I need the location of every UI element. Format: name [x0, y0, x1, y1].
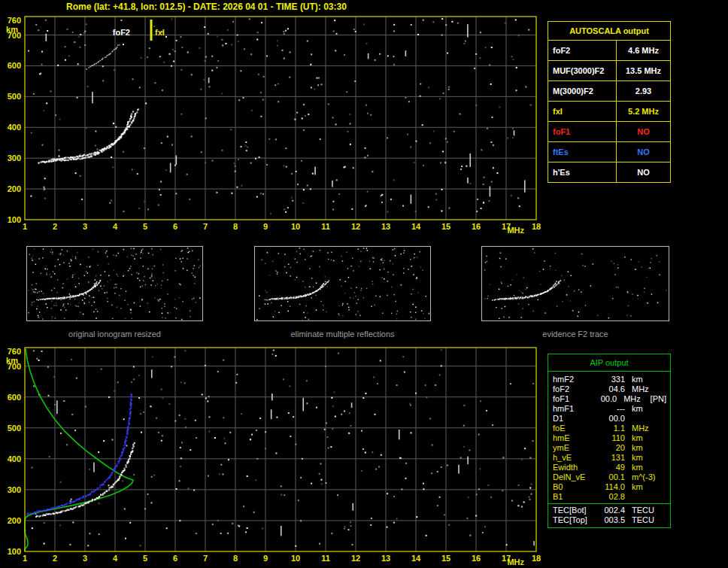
aip-row: B0114.0km — [548, 482, 670, 492]
svg-text:2: 2 — [53, 554, 57, 563]
aip-row: Ewidth49km — [548, 463, 670, 472]
svg-text:18: 18 — [532, 222, 541, 231]
aip-row-value: 002.4 — [595, 506, 625, 515]
thumbnail-evidence-f2-trace-image — [481, 246, 669, 321]
autoscala-row-value: 2.93 — [617, 81, 670, 101]
autoscala-row: foF1NO — [548, 122, 670, 142]
autoscala-row-label: fxI — [548, 102, 617, 121]
svg-text:MHz: MHz — [507, 226, 524, 235]
autoscala-row: h'EsNO — [548, 163, 670, 182]
svg-text:11: 11 — [321, 222, 330, 231]
svg-text:1: 1 — [23, 554, 27, 563]
svg-text:200: 200 — [8, 516, 21, 525]
aip-row-value: 02.8 — [595, 492, 625, 502]
aip-output-rows: hmF2331kmfoF204.6MHzfoF100.0MHz[PN]hmF1-… — [548, 375, 670, 525]
aip-row-value: 110 — [595, 433, 625, 443]
aip-row-extra — [666, 492, 670, 502]
aip-row: hmF2331km — [548, 375, 670, 384]
aip-row: D100.0 — [548, 414, 670, 424]
aip-row-unit: MHz — [625, 424, 662, 433]
thumbnail-evidence-f2-trace: evidence F2 trace — [481, 246, 669, 339]
aip-row-value: 04.6 — [595, 384, 625, 394]
autoscala-row-value: 4.6 MHz — [617, 41, 670, 60]
aip-row-extra — [666, 515, 670, 525]
aip-row-unit: km — [625, 404, 662, 414]
svg-text:13: 13 — [381, 222, 390, 231]
svg-text:16: 16 — [472, 222, 481, 231]
svg-text:foF2: foF2 — [113, 28, 130, 37]
aip-row-label: TEC[Bot] — [553, 506, 595, 515]
aip-row-label: TEC[Top] — [553, 515, 595, 525]
aip-row: foE1.1MHz — [548, 424, 670, 433]
aip-row-extra — [666, 375, 670, 384]
svg-text:12: 12 — [351, 554, 360, 563]
svg-text:4: 4 — [113, 222, 118, 231]
aip-row-label: foE — [553, 424, 595, 433]
thumbnail-caption-eliminate: eliminate multiple reflections — [254, 330, 431, 339]
svg-text:14: 14 — [411, 222, 421, 231]
aip-row-unit: km — [625, 482, 662, 492]
aip-row-label: h_vE — [553, 453, 595, 463]
aip-row-unit: MHz — [617, 394, 650, 404]
aip-row-value: 114.0 — [595, 482, 625, 492]
svg-text:400: 400 — [8, 454, 21, 463]
aip-row-unit: m^(-3) — [625, 472, 662, 482]
autoscala-row-label: h'Es — [548, 163, 617, 182]
autoscala-row-value: 13.5 MHz — [617, 61, 670, 80]
svg-text:5: 5 — [143, 554, 147, 563]
svg-text:200: 200 — [8, 184, 21, 193]
aip-row-extra — [666, 404, 670, 414]
aip-row-value: 00.0 — [590, 394, 617, 404]
aip-row-extra — [666, 443, 670, 453]
aip-row-unit: TECU — [625, 515, 662, 525]
svg-text:15: 15 — [441, 554, 450, 563]
autoscala-row: foF24.6 MHz — [548, 41, 670, 61]
svg-text:13: 13 — [381, 554, 390, 563]
main-ionogram-panel: 123456789101112131415161718MHz1002003004… — [0, 11, 549, 239]
aip-row: TEC[Top]003.5TECU — [548, 515, 670, 525]
svg-text:12: 12 — [351, 222, 360, 231]
aip-row-extra — [666, 463, 670, 472]
thumbnail-original-ionogram-image — [26, 246, 203, 321]
aip-row-label: D1 — [553, 414, 595, 424]
svg-text:8: 8 — [233, 554, 238, 563]
svg-text:2: 2 — [53, 222, 57, 231]
svg-text:500: 500 — [8, 92, 21, 101]
svg-text:760: 760 — [8, 347, 21, 356]
aip-row: DelN_vE00.1m^(-3) — [548, 472, 670, 482]
autoscala-row-label: ftEs — [548, 142, 617, 162]
aip-row-value: 131 — [595, 453, 625, 463]
svg-text:18: 18 — [532, 554, 541, 563]
svg-text:km: km — [6, 25, 18, 34]
aip-row: foF100.0MHz[PN] — [548, 394, 670, 404]
aip-row-unit — [625, 414, 662, 424]
autoscala-row-value: NO — [617, 122, 670, 141]
autoscala-row-value: NO — [617, 163, 670, 182]
aip-row: foF204.6MHz — [548, 384, 670, 394]
aip-row-label: B1 — [553, 492, 595, 502]
thumbnail-original-ionogram: original ionogram resized — [26, 246, 203, 339]
svg-text:11: 11 — [321, 554, 330, 563]
svg-text:8: 8 — [233, 222, 238, 231]
svg-text:9: 9 — [263, 554, 268, 563]
svg-text:4: 4 — [113, 554, 118, 563]
svg-text:300: 300 — [8, 153, 21, 163]
aip-row: hmE110km — [548, 433, 670, 443]
aip-row-extra — [666, 453, 670, 463]
svg-text:7: 7 — [203, 222, 208, 231]
aip-row-extra — [666, 472, 670, 482]
autoscala-row-value: NO — [617, 142, 670, 162]
svg-text:760: 760 — [8, 16, 21, 25]
main-ionogram-chart: 123456789101112131415161718MHz1002003004… — [0, 11, 549, 236]
aip-row-label: Ewidth — [553, 463, 595, 472]
autoscala-row: fxI5.2 MHz — [548, 102, 670, 122]
svg-text:14: 14 — [411, 554, 421, 563]
svg-text:500: 500 — [8, 424, 21, 433]
autoscala-output-title: AUTOSCALA output — [548, 22, 670, 41]
aip-row-label: DelN_vE — [553, 472, 595, 482]
aip-row-unit: TECU — [625, 506, 662, 515]
svg-text:1: 1 — [23, 222, 27, 231]
svg-text:3: 3 — [83, 222, 87, 231]
aip-row-extra — [666, 414, 670, 424]
aip-row-extra — [666, 433, 670, 443]
